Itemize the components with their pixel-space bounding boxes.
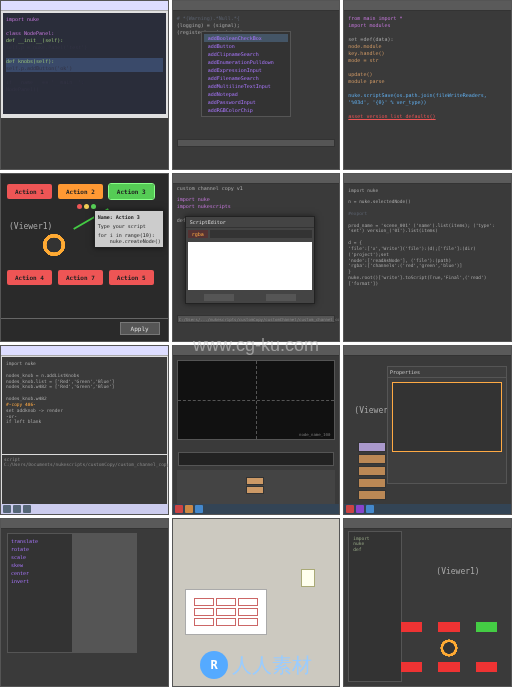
dialog-body[interactable] (188, 242, 312, 290)
cell[interactable] (216, 618, 236, 626)
prop-row[interactable]: translate (11, 537, 69, 545)
task-icon[interactable] (175, 505, 183, 513)
spreadsheet-window[interactable] (185, 589, 267, 635)
task-icon[interactable] (23, 505, 31, 513)
task-icon[interactable] (185, 505, 193, 513)
cell[interactable] (238, 598, 258, 606)
spreadsheet-grid[interactable] (192, 596, 260, 628)
task-icon[interactable] (346, 505, 354, 513)
autocomplete-item[interactable]: addClipnameSearch (204, 50, 288, 58)
thumbnail-2-autocomplete[interactable]: # *(Warning).*Null.*{ (logging) = (signa… (172, 0, 341, 170)
thumbnail-1-code-editor[interactable]: import nuke class NodePanel: def __init_… (0, 0, 169, 170)
action-button-1[interactable]: Action 1 (7, 184, 52, 199)
cell[interactable] (216, 598, 236, 606)
properties-body[interactable] (392, 382, 502, 452)
dialog-button[interactable] (204, 294, 234, 301)
task-icon[interactable] (13, 505, 21, 513)
thumbnail-6-code[interactable]: import nuke n = nuke.selectedNode() #exp… (343, 173, 512, 343)
tab-label[interactable]: custom channel copy v1 (173, 184, 340, 192)
thumbnail-10-props[interactable]: translate rotate scale skew center inver… (0, 518, 169, 688)
prop-row[interactable]: rotate (11, 545, 69, 553)
code-line: asset_version_list_defaults() (348, 113, 507, 120)
thumbnail-7-code[interactable]: import nuke nodes_knob = n.addListKnobs … (0, 345, 169, 515)
code-line: set =def(data): (348, 36, 507, 43)
action-button-2[interactable]: Action 2 (58, 184, 103, 199)
taskbar[interactable] (344, 504, 511, 514)
prop-row[interactable]: scale (11, 553, 69, 561)
cell[interactable] (238, 608, 258, 616)
channel-dialog[interactable]: ScriptEditor rgba (185, 216, 315, 304)
action-button-3[interactable]: Action 3 (109, 184, 154, 199)
autocomplete-item[interactable]: addPasswordInput (204, 98, 288, 106)
action-node[interactable] (401, 662, 422, 672)
taskbar[interactable] (173, 504, 340, 514)
autocomplete-item[interactable]: addEnumerationPulldown (204, 58, 288, 66)
script-note-dialog[interactable]: Name: Action 3 Type your script for i in… (94, 210, 164, 248)
autocomplete-item[interactable]: addFilenameSearch (204, 74, 288, 82)
property-window[interactable]: translate rotate scale skew center inver… (7, 533, 137, 653)
viewer-pane[interactable]: node_name_100 (177, 360, 336, 440)
autocomplete-item[interactable]: addRGBColorChip (204, 106, 288, 114)
autocomplete-item[interactable]: addExpressionInput (204, 66, 288, 74)
nodegraph-pane[interactable] (177, 470, 336, 504)
cell[interactable] (216, 608, 236, 616)
node[interactable] (358, 466, 386, 476)
autocomplete-item[interactable]: addNotepad (204, 90, 288, 98)
thumbnail-3-code[interactable]: from main import * import modules set =d… (343, 0, 512, 170)
node[interactable] (358, 442, 386, 452)
autocomplete-item[interactable]: addButton (204, 42, 288, 50)
action-button-7[interactable]: Action 7 (58, 270, 103, 285)
document-icon[interactable] (301, 569, 315, 587)
dialog-field[interactable] (210, 230, 312, 238)
action-node[interactable] (401, 622, 422, 632)
thumbnail-12-actions[interactable]: import nuke def (Viewer1) (343, 518, 512, 688)
properties-panel[interactable]: Properties (387, 366, 507, 484)
timeline[interactable] (178, 452, 335, 466)
property-list[interactable]: translate rotate scale skew center inver… (8, 534, 72, 652)
thumbnail-4-action-buttons[interactable]: Action 1 Action 2 Action 3 (Viewer1) Act… (0, 173, 169, 343)
node[interactable] (358, 490, 386, 500)
action-node[interactable] (476, 662, 497, 672)
autocomplete-popup[interactable]: addBooleanCheckBox addButton addClipname… (201, 31, 291, 117)
prop-row[interactable]: center (11, 569, 69, 577)
action-node[interactable] (476, 622, 497, 632)
code-line (348, 29, 507, 36)
node[interactable] (358, 454, 386, 464)
titlebar (344, 346, 511, 356)
thumbnail-8-nuke-viewer[interactable]: node_name_100 (172, 345, 341, 515)
action-node[interactable] (438, 622, 459, 632)
apply-button[interactable]: Apply (120, 322, 160, 335)
titlebar (344, 174, 511, 184)
code-line: mode = str (348, 57, 507, 64)
cell[interactable] (194, 608, 214, 616)
action-button-4[interactable]: Action 4 (7, 270, 52, 285)
task-icon[interactable] (195, 505, 203, 513)
autocomplete-item[interactable]: addBooleanCheckBox (204, 34, 288, 42)
task-icon[interactable] (366, 505, 374, 513)
prop-row[interactable]: skew (11, 561, 69, 569)
code-line (348, 85, 507, 92)
node[interactable] (246, 486, 264, 494)
dialog-button[interactable] (266, 294, 296, 301)
node-stack[interactable] (358, 442, 386, 500)
prop-row[interactable]: invert (11, 577, 69, 585)
node[interactable] (246, 477, 264, 485)
task-icon[interactable] (356, 505, 364, 513)
autocomplete-item[interactable]: addMultilineTextInput (204, 82, 288, 90)
nuke-logo-icon (41, 232, 67, 261)
dialog-tab[interactable]: rgba (188, 230, 208, 238)
cell[interactable] (194, 598, 214, 606)
node[interactable] (358, 478, 386, 488)
script-sidebar[interactable]: import nuke def (348, 531, 402, 683)
action-button-5[interactable]: Action 5 (109, 270, 154, 285)
task-icon[interactable] (3, 505, 11, 513)
thumbnail-5-dialog[interactable]: custom channel copy v1 import nuke impor… (172, 173, 341, 343)
cell[interactable] (194, 618, 214, 626)
action-node[interactable] (438, 662, 459, 672)
node-stack[interactable] (246, 476, 286, 500)
path-input[interactable]: C:/Users/.../nukescripts/customCopy/cust… (177, 315, 336, 323)
cell[interactable] (238, 618, 258, 626)
thumbnail-9-viewer-props[interactable]: (Viewer1) Properties (343, 345, 512, 515)
taskbar[interactable] (1, 504, 168, 514)
input-path[interactable] (177, 139, 336, 147)
